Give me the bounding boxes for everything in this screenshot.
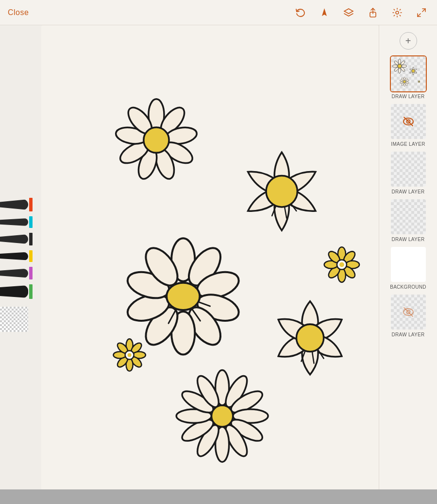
brush-item-2[interactable] [0,216,33,228]
layer-2-label: IMAGE LAYER [391,141,425,147]
svg-marker-1 [344,9,353,14]
transparent-swatch[interactable] [0,307,28,332]
brush-item-3[interactable] [0,233,33,245]
flowers-svg [41,25,379,504]
layer-3-label: DRAW LAYER [391,189,424,194]
svg-point-44 [339,262,344,267]
svg-marker-0 [322,8,327,16]
settings-button[interactable] [389,5,405,20]
layer-item-draw3[interactable]: DRAW LAYER [383,151,433,194]
layers-icon [343,7,354,18]
share-button[interactable] [365,5,381,20]
svg-point-81 [398,64,402,68]
svg-point-67 [212,405,233,427]
drawing-canvas [41,25,379,504]
layer6-icon [402,305,415,319]
layers-button[interactable] [341,5,356,20]
svg-point-71 [296,324,323,351]
svg-point-79 [392,65,398,67]
layer-thumb-draw3[interactable] [390,151,427,188]
expand-icon [416,7,427,18]
svg-point-75 [401,65,406,67]
layer-thumb-draw6[interactable] [390,294,427,330]
svg-point-82 [411,70,414,72]
layer-5-label: BACKGROUND [390,284,426,290]
add-layer-button[interactable]: + [400,32,417,50]
layer-item-image[interactable]: IMAGE LAYER [383,103,433,147]
layers-panel: + [379,25,437,504]
share-icon [368,7,378,18]
brush-icon [319,7,330,18]
svg-point-102 [419,81,419,82]
layer-1-label: DRAW LAYER [391,94,424,99]
expand-button[interactable] [414,5,429,20]
settings-icon [392,7,403,18]
svg-point-16 [144,127,169,153]
toolbar: Close [0,0,437,25]
brush-item-5[interactable] [0,267,33,279]
brush-item-4[interactable] [0,250,33,262]
layer-4-label: DRAW LAYER [391,237,424,242]
undo-icon [295,7,305,18]
brush-item-1[interactable] [0,198,33,211]
undo-button[interactable] [292,5,308,20]
layer-item-draw6[interactable]: DRAW LAYER [383,294,433,337]
svg-line-4 [422,9,425,12]
layer-thumb-background[interactable] [390,246,427,283]
svg-point-20 [266,176,297,207]
svg-point-34 [167,283,200,310]
svg-point-77 [398,68,401,73]
hidden-eye-icon [402,115,415,128]
svg-point-73 [398,59,401,64]
layer-thumb-draw4[interactable] [390,198,427,235]
brush-button[interactable] [317,5,332,20]
toolbar-right [292,5,429,20]
layer-thumb-image[interactable] [390,103,427,140]
bottom-bar [0,489,437,504]
layer-thumb-svg [391,56,426,91]
svg-point-54 [128,353,132,357]
layer-6-label: DRAW LAYER [391,332,424,337]
plus-icon: + [405,35,411,47]
svg-point-3 [396,11,399,14]
layer-thumb-draw1[interactable] [390,55,427,92]
svg-line-5 [418,14,420,17]
layer-item-background[interactable]: BACKGROUND [383,246,433,290]
layer-item-draw1[interactable]: DRAW LAYER [383,55,433,99]
brush-item-6[interactable] [0,284,33,299]
close-button[interactable]: Close [8,8,29,17]
brush-panel [0,25,41,504]
layer-item-draw4[interactable]: DRAW LAYER [383,198,433,242]
svg-point-93 [403,80,405,83]
toolbar-left: Close [8,8,29,17]
